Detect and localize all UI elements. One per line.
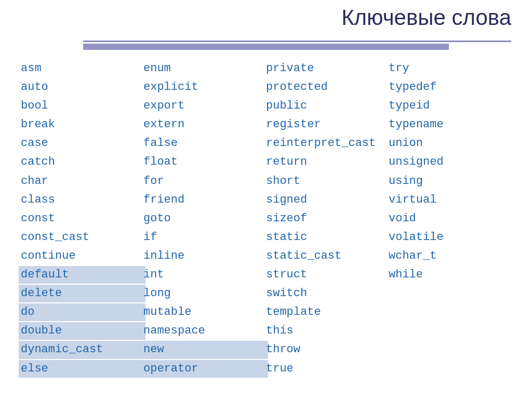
keyword-short: short (266, 172, 389, 190)
keyword-asm: asm (21, 60, 143, 77)
keyword-bool: bool (21, 97, 143, 115)
page: Ключевые слова asmautoboolbreakcasecatch… (0, 0, 532, 399)
keyword-using: using (389, 172, 511, 190)
keyword-static: static (266, 229, 389, 246)
keyword-const_cast: const_cast (21, 229, 143, 246)
keyword-unsigned: unsigned (389, 153, 511, 171)
keyword-typedef: typedef (389, 78, 511, 96)
title-area: Ключевые слова (341, 5, 511, 30)
keyword-const: const (21, 210, 143, 228)
keyword-continue: continue (21, 247, 143, 265)
keyword-reinterpret_cast: reinterpret_cast (266, 135, 389, 152)
keyword-delete: delete (19, 285, 145, 302)
keyword-int: int (143, 266, 266, 284)
keyword-for: for (143, 172, 266, 190)
keyword-auto: auto (21, 78, 143, 96)
keyword-try: try (389, 60, 511, 77)
keyword-typeid: typeid (389, 97, 511, 115)
keyword-class: class (21, 191, 143, 209)
keyword-column-col1: asmautoboolbreakcasecatchcharclassconstc… (21, 60, 143, 378)
thick-line (83, 44, 449, 50)
keyword-protected: protected (266, 78, 389, 96)
keyword-friend: friend (143, 191, 266, 209)
keyword-true: true (266, 360, 389, 378)
keyword-union: union (389, 135, 511, 152)
keywords-grid: asmautoboolbreakcasecatchcharclassconstc… (21, 60, 511, 378)
keyword-float: float (143, 153, 266, 171)
keyword-sizeof: sizeof (266, 210, 389, 228)
keyword-default: default (19, 266, 145, 284)
keyword-catch: catch (21, 153, 143, 171)
keyword-dynamic_cast: dynamic_cast (19, 341, 145, 358)
keyword-wchar_t: wchar_t (389, 247, 511, 265)
decorative-lines (0, 41, 532, 50)
keyword-if: if (143, 229, 266, 246)
keyword-else: else (19, 360, 145, 378)
keyword-char: char (21, 172, 143, 190)
keyword-mutable: mutable (143, 303, 266, 321)
keyword-return: return (266, 153, 389, 171)
keyword-case: case (21, 135, 143, 152)
keyword-typename: typename (389, 116, 511, 134)
keyword-volatile: volatile (389, 229, 511, 246)
keyword-public: public (266, 97, 389, 115)
keyword-struct: struct (266, 266, 389, 284)
keyword-enum: enum (143, 60, 266, 77)
keyword-goto: goto (143, 210, 266, 228)
keyword-do: do (19, 303, 145, 321)
keyword-column-col4: trytypedeftypeidtypenameunionunsignedusi… (389, 60, 511, 378)
keyword-operator: operator (141, 360, 268, 378)
keyword-break: break (21, 116, 143, 134)
keyword-double: double (19, 322, 145, 340)
keyword-static_cast: static_cast (266, 247, 389, 265)
keyword-private: private (266, 60, 389, 77)
keyword-column-col3: privateprotectedpublicregisterreinterpre… (266, 60, 389, 378)
keyword-throw: throw (266, 341, 389, 358)
keyword-template: template (266, 303, 389, 321)
keyword-while: while (389, 266, 511, 284)
keyword-namespace: namespace (143, 322, 266, 340)
keyword-inline: inline (143, 247, 266, 265)
keyword-extern: extern (143, 116, 266, 134)
keyword-void: void (389, 210, 511, 228)
keyword-export: export (143, 97, 266, 115)
keyword-this: this (266, 322, 389, 340)
keyword-explicit: explicit (143, 78, 266, 96)
keyword-virtual: virtual (389, 191, 511, 209)
keyword-long: long (143, 285, 266, 302)
keyword-signed: signed (266, 191, 389, 209)
keyword-false: false (143, 135, 266, 152)
keyword-column-col2: enumexplicitexportexternfalsefloatforfri… (143, 60, 266, 378)
keyword-register: register (266, 116, 389, 134)
keyword-switch: switch (266, 285, 389, 302)
keyword-new: new (141, 341, 268, 358)
page-title: Ключевые слова (341, 5, 511, 30)
thin-line (83, 41, 511, 42)
